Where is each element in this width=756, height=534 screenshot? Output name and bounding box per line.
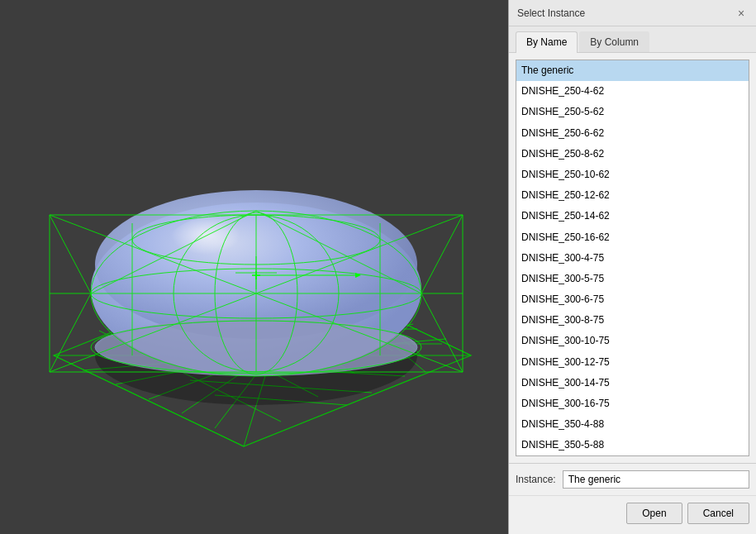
dialog-titlebar: Select Instance × [509, 0, 756, 26]
list-item[interactable]: DNISHE_300-5-75 [516, 269, 749, 289]
list-item[interactable]: DNISHE_250-4-62 [516, 81, 749, 102]
list-item[interactable]: DNISHE_350-4-88 [516, 414, 749, 435]
list-item[interactable]: The generic [516, 60, 749, 81]
tab-by-column[interactable]: By Column [579, 31, 649, 52]
list-item[interactable]: DNISHE_300-8-75 [516, 310, 749, 331]
list-item[interactable]: DNISHE_300-16-75 [516, 393, 749, 414]
cancel-button[interactable]: Cancel [687, 503, 749, 524]
list-item[interactable]: DNISHE_250-14-62 [516, 206, 749, 226]
list-item[interactable]: DNISHE_250-6-62 [516, 123, 749, 144]
list-item[interactable]: DNISHE_250-12-62 [516, 185, 749, 206]
list-item[interactable]: DNISHE_300-4-75 [516, 248, 749, 269]
tab-by-name[interactable]: By Name [516, 31, 578, 53]
list-item[interactable]: DNISHE_250-5-62 [516, 102, 749, 122]
instance-row: Instance: [509, 463, 756, 495]
tab-bar: By Name By Column [509, 26, 756, 53]
list-item[interactable]: DNISHE_250-8-62 [516, 144, 749, 164]
list-item[interactable]: DNISHE_250-10-62 [516, 164, 749, 185]
buttons-row: Open Cancel [509, 495, 756, 534]
close-button[interactable]: × [735, 7, 748, 20]
list-item[interactable]: DNISHE_300-12-75 [516, 352, 749, 373]
dialog-title: Select Instance [517, 7, 585, 19]
3d-viewport [0, 0, 508, 534]
instance-list[interactable]: The genericDNISHE_250-4-62DNISHE_250-5-6… [516, 60, 749, 456]
list-item[interactable]: DNISHE_300-6-75 [516, 289, 749, 310]
list-item[interactable]: DNISHE_250-16-62 [516, 227, 749, 248]
instance-label: Instance: [516, 474, 556, 485]
list-item[interactable]: DNISHE_300-14-75 [516, 373, 749, 393]
open-button[interactable]: Open [626, 503, 682, 524]
instance-input[interactable] [563, 470, 749, 489]
list-item[interactable]: DNISHE_300-10-75 [516, 331, 749, 351]
select-instance-dialog: Select Instance × By Name By Column The … [508, 0, 756, 534]
list-container: The genericDNISHE_250-4-62DNISHE_250-5-6… [509, 53, 756, 463]
list-item[interactable]: DNISHE_350-5-88 [516, 435, 749, 455]
